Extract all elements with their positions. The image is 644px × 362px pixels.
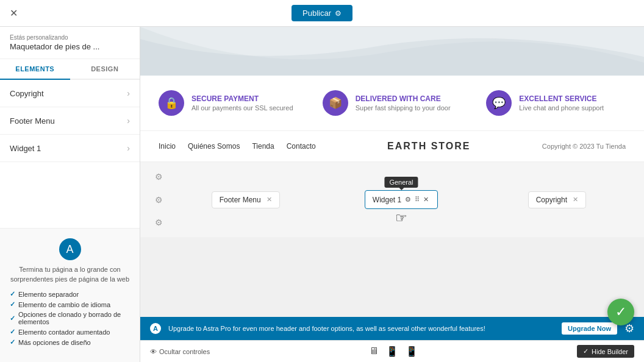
content-area: 🔒 SECURE PAYMENT All our payments our SS… [140, 27, 644, 362]
sidebar-item-footer-menu[interactable]: Footer Menu › [0, 107, 140, 135]
hide-builder-label: Hide Builder [592, 348, 628, 355]
preview-area: 🔒 SECURE PAYMENT All our payments our SS… [140, 27, 644, 317]
row-settings-icon-top[interactable]: ⚙ [152, 171, 165, 183]
hide-controls-label: Ocultar controles [159, 348, 210, 355]
feature-desc-service: Live chat and phone support [519, 104, 604, 112]
feature-label: Elemento separador [18, 291, 79, 298]
info-icon: A [150, 323, 161, 334]
sidebar-item-copyright-label: Copyright [10, 89, 44, 98]
widget1-chip-container: General Widget 1 ⚙ ⠿ ✕ ☞ [326, 190, 476, 209]
feature-icon-service: 💬 [486, 90, 512, 116]
chip-move-icon[interactable]: ⠿ [413, 194, 421, 205]
widget1-chip-label: Widget 1 [373, 196, 401, 204]
tab-design[interactable]: DESIGN [70, 59, 140, 79]
features-section: 🔒 SECURE PAYMENT All our payments our SS… [140, 76, 644, 130]
widget-row-chips: ⚙ Footer Menu ✕ General Widget 1 [140, 186, 644, 213]
bottom-bar-text: Upgrade to Astra Pro for even more heade… [168, 325, 554, 332]
hide-controls-button[interactable]: 👁 Ocultar controles [150, 348, 210, 355]
feature-text-payment: SECURE PAYMENT All our payments our SSL … [191, 94, 293, 112]
feature-label: Elemento contador aumentado [18, 328, 110, 336]
save-check-button[interactable]: ✓ [607, 299, 634, 325]
widget1-chip[interactable]: Widget 1 ⚙ ⠿ ✕ [365, 190, 438, 209]
promo-icon: A [59, 238, 81, 260]
nav-link-contacto[interactable]: Contacto [287, 142, 316, 151]
feature-desc-payment: All our payments our SSL secured [191, 104, 293, 112]
sidebar-item-footer-menu-label: Footer Menu [10, 116, 55, 126]
device-icons: 🖥 📱 📱 [369, 346, 418, 357]
customizing-label: Estás personalizando [10, 34, 130, 41]
feature-title-delivery: DELIVERED WITH CARE [356, 94, 451, 103]
row-settings-icon-bottom[interactable]: ⚙ [152, 216, 165, 229]
hide-builder-check: ✓ [583, 347, 589, 355]
promo-feature-clone: ✓ Opciones de clonado y borrado de eleme… [10, 311, 130, 325]
nav-link-quienes[interactable]: Quiénes Somos [188, 142, 240, 151]
feature-title-payment: SECURE PAYMENT [191, 94, 293, 103]
desktop-icon[interactable]: 🖥 [369, 346, 379, 357]
promo-features: ✓ Elemento separador ✓ Elemento de cambi… [10, 290, 130, 346]
feature-desc-delivery: Super fast shipping to your door [356, 104, 451, 112]
chip-close-icon[interactable]: ✕ [422, 194, 430, 205]
check-icon: ✓ [10, 290, 15, 298]
tab-elements[interactable]: ELEMENTS [0, 59, 70, 80]
close-button[interactable]: ✕ [10, 7, 18, 19]
lock-icon: 🔒 [165, 96, 178, 110]
promo-feature-counter: ✓ Elemento contador aumentado [10, 328, 130, 336]
footer-menu-chip-container: Footer Menu ✕ [171, 191, 320, 208]
chevron-right-icon: › [127, 143, 130, 153]
nav-link-inicio[interactable]: Inicio [159, 142, 176, 151]
publish-label: Publicar [302, 9, 331, 18]
feature-label: Más opciones de diseño [18, 339, 91, 346]
footer-nav-links: Inicio Quiénes Somos Tienda Contacto [159, 142, 316, 151]
footer-brand: EARTH STORE [387, 141, 470, 152]
nav-link-tienda[interactable]: Tienda [252, 142, 274, 151]
sidebar-items: Copyright › Footer Menu › Widget 1 › [0, 80, 140, 228]
feature-icon-payment: 🔒 [159, 90, 184, 116]
footer-controls: 👁 Ocultar controles 🖥 📱 📱 ✓ Hide Builder [140, 340, 644, 362]
tablet-icon[interactable]: 📱 [386, 346, 398, 357]
promo-feature-design: ✓ Más opciones de diseño [10, 338, 130, 346]
copyright-chip[interactable]: Copyright ✕ [528, 191, 586, 208]
page-title: Maquetador de pies de ... [10, 42, 130, 51]
footer-nav-bar: Inicio Quiénes Somos Tienda Contacto EAR… [140, 130, 644, 162]
footer-menu-chip-label: Footer Menu [220, 196, 261, 204]
chip-settings-icon[interactable]: ⚙ [404, 194, 412, 205]
check-icon: ✓ [10, 314, 15, 322]
main-layout: Estás personalizando Maquetador de pies … [0, 27, 644, 362]
wave-svg [140, 27, 644, 76]
chevron-right-icon: › [127, 88, 130, 98]
promo-feature-language: ✓ Elemento de cambio de idioma [10, 300, 130, 308]
row-settings-icon-chips[interactable]: ⚙ [152, 194, 165, 206]
astra-icon: A [66, 243, 73, 256]
sidebar-tabs: ELEMENTS DESIGN [0, 59, 140, 80]
footer-copyright: Copyright © 2023 Tu Tienda [542, 143, 626, 150]
promo-box: A Termina tu página a lo grande con sorp… [0, 228, 140, 362]
package-icon: 📦 [329, 96, 342, 110]
publish-button[interactable]: Publicar ⚙ [292, 5, 352, 21]
bottom-bar: A Upgrade to Astra Pro for even more hea… [140, 317, 644, 340]
feature-text-service: EXCELLENT SERVICE Live chat and phone su… [519, 94, 604, 112]
upgrade-button[interactable]: Upgrade Now [562, 322, 617, 335]
eye-icon: 👁 [150, 348, 157, 355]
feature-label: Elemento de cambio de idioma [18, 301, 110, 308]
general-tooltip: General [384, 177, 418, 188]
hide-builder-button[interactable]: ✓ Hide Builder [577, 345, 634, 358]
top-bar: ✕ Publicar ⚙ [0, 0, 644, 27]
publish-gear-icon: ⚙ [335, 9, 342, 18]
feature-title-service: EXCELLENT SERVICE [519, 94, 604, 103]
chip-actions: ⚙ ⠿ ✕ [404, 194, 430, 205]
chat-icon: 💬 [492, 96, 506, 110]
astra-logo-small: A [153, 325, 158, 332]
feature-item-service: 💬 EXCELLENT SERVICE Live chat and phone … [486, 90, 626, 116]
sidebar-item-copyright[interactable]: Copyright › [0, 80, 140, 107]
sidebar-header: Estás personalizando Maquetador de pies … [0, 27, 140, 59]
feature-item-payment: 🔒 SECURE PAYMENT All our payments our SS… [159, 90, 298, 116]
mobile-icon[interactable]: 📱 [406, 346, 418, 357]
sidebar-item-widget1-label: Widget 1 [10, 144, 41, 153]
sidebar: Estás personalizando Maquetador de pies … [0, 27, 140, 362]
copyright-chip-close[interactable]: ✕ [573, 196, 578, 204]
footer-menu-chip[interactable]: Footer Menu ✕ [212, 191, 280, 208]
check-icon: ✓ [10, 338, 15, 346]
widget-row-bottom: ⚙ [140, 213, 644, 232]
footer-menu-chip-close[interactable]: ✕ [267, 196, 272, 204]
sidebar-item-widget1[interactable]: Widget 1 › [0, 135, 140, 162]
